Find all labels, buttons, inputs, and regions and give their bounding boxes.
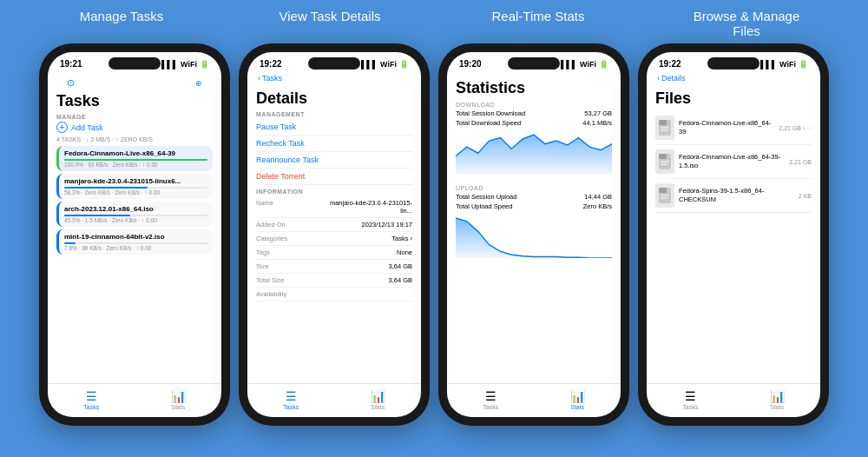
file-item[interactable]: Fedora-Spins-39-1.5-x86_64-CHECKSUM 2 KB bbox=[655, 179, 812, 213]
tab-stats-1[interactable]: 📊 Stats bbox=[171, 389, 186, 410]
info-key: Tags bbox=[256, 248, 270, 256]
tab-stats-3[interactable]: 📊 Stats bbox=[570, 389, 585, 410]
wifi-icon: WiFi bbox=[181, 60, 197, 69]
progress-bar bbox=[64, 159, 207, 161]
progress-bar bbox=[64, 242, 207, 244]
back-label-2: Tasks bbox=[262, 74, 282, 83]
task-list: Fedora-Cinnamon-Live-x86_64-39 100.0% · … bbox=[56, 146, 213, 255]
file-icon bbox=[655, 149, 674, 174]
task-item[interactable]: mint-19-cinnamon-64bit-v2.iso 7.6% · 96 … bbox=[56, 229, 213, 255]
stats-row-ul: Total Session Upload 14,44 GB bbox=[456, 193, 612, 201]
stats-tab-label: Stats bbox=[171, 404, 185, 410]
management-label: MANAGEMENT bbox=[256, 111, 412, 117]
wifi-icon-3: WiFi bbox=[580, 60, 596, 69]
stats-tab-icon: 📊 bbox=[171, 389, 186, 403]
task-meta: 7.6% · 96 KB/s · Zero KB/s · ↑ 0.00 bbox=[64, 245, 207, 251]
info-key: Size bbox=[256, 262, 269, 270]
file-size: 2,21 GB › bbox=[779, 125, 805, 131]
tab-tasks-1[interactable]: ☰ Tasks bbox=[83, 389, 99, 410]
page-title-stats: Statistics bbox=[456, 79, 612, 97]
dynamic-island-2 bbox=[308, 57, 360, 70]
info-row: Tags None bbox=[256, 246, 412, 260]
stats-label-ul: Total Upload Speed bbox=[456, 202, 512, 210]
task-meta: 45.5% · 1.5 MB/s · Zero KB/s · ↑ 0.00 bbox=[64, 217, 207, 223]
task-count: 4 TASKS · ↓ 2 MB/S · ↑ ZERO KB/S bbox=[56, 136, 213, 142]
file-size: 2 KB bbox=[799, 193, 812, 199]
page-title-tasks: Tasks bbox=[56, 92, 213, 110]
chevron-left-icon-4: ‹ bbox=[657, 74, 660, 83]
info-value: None bbox=[397, 248, 412, 256]
file-name: Fedora-Cinnamon-Live-x86_64-39 bbox=[679, 119, 774, 136]
tasks-tab-label-3: Tasks bbox=[483, 404, 498, 410]
task-name: arch-2023.12.01-x86_64.iso bbox=[64, 205, 207, 213]
mgmt-button[interactable]: Reannounce Task bbox=[256, 152, 412, 169]
tasks-tab-label-2: Tasks bbox=[283, 404, 299, 410]
file-list: Fedora-Cinnamon-Live-x86_64-39 2,21 GB ›… bbox=[655, 111, 812, 213]
mgmt-button[interactable]: Pause Task bbox=[256, 119, 412, 136]
task-item[interactable]: arch-2023.12.01-x86_64.iso 45.5% · 1.5 M… bbox=[56, 202, 213, 227]
info-row: Availability bbox=[256, 288, 412, 301]
back-button-4[interactable]: ‹ Details bbox=[657, 74, 686, 83]
progress-bar bbox=[64, 187, 207, 189]
dynamic-island-4 bbox=[707, 57, 760, 70]
task-item[interactable]: Fedora-Cinnamon-Live-x86_64-39 100.0% · … bbox=[56, 146, 213, 171]
mgmt-button[interactable]: Delete Torrent bbox=[256, 169, 412, 185]
file-item[interactable]: Fedora-Cinnamon-Live-x86_64-39 2,21 GB ›… bbox=[655, 111, 812, 145]
signal-icon: ▌▌▌ bbox=[161, 60, 178, 69]
nav-bar-2: ‹ Tasks bbox=[247, 72, 421, 86]
tab-stats-4[interactable]: 📊 Stats bbox=[770, 389, 785, 410]
task-name: Fedora-Cinnamon-Live-x86_64-39 bbox=[64, 149, 207, 157]
info-value: 3,64 GB bbox=[388, 276, 412, 284]
info-value: 3,64 GB bbox=[388, 262, 412, 270]
stats-row: Total Session Download 53,27 GB bbox=[456, 109, 612, 117]
mgmt-button[interactable]: Recheck Task bbox=[256, 136, 412, 152]
add-icon: + bbox=[56, 122, 68, 133]
tab-bar-4: ☰ Tasks 📊 Stats bbox=[647, 383, 820, 417]
file-icon bbox=[655, 116, 674, 140]
page-title-files: Files bbox=[655, 89, 812, 108]
upload-section-label: UPLOAD bbox=[456, 185, 612, 191]
tab-stats-2[interactable]: 📊 Stats bbox=[371, 389, 385, 410]
info-key: Categories bbox=[256, 235, 287, 242]
info-key: Total Size bbox=[256, 276, 285, 284]
phone-files: 19:22 ▌▌▌ WiFi 🔋 ‹ Details Files bbox=[638, 43, 829, 426]
file-name: Fedora-Cinnamon-Live-x86_64-39-1.5.iso bbox=[679, 153, 785, 170]
task-meta: 100.0% · 63 KB/s · Zero KB/s · ↑ 0.00 bbox=[64, 162, 207, 168]
signal-icon-3: ▌▌▌ bbox=[561, 60, 577, 69]
wifi-icon-2: WiFi bbox=[380, 60, 397, 69]
nav-bar-4: ‹ Details bbox=[647, 72, 820, 86]
file-item[interactable]: Fedora-Cinnamon-Live-x86_64-39-1.5.iso 2… bbox=[655, 145, 812, 179]
add-task-button[interactable]: + Add Task bbox=[56, 122, 213, 133]
battery-icon-2: 🔋 bbox=[399, 60, 409, 69]
stats-tab-icon-3: 📊 bbox=[570, 389, 585, 403]
tasks-tab-label-4: Tasks bbox=[682, 404, 698, 410]
phone-stats: 19:20 ▌▌▌ WiFi 🔋 Statistics DOWNLOAD Tot… bbox=[438, 43, 629, 426]
task-name: manjaro-kde-23.0.4-231015-linux6... bbox=[64, 177, 207, 185]
info-key: Name bbox=[256, 199, 273, 207]
add-task-label: Add Task bbox=[71, 123, 103, 132]
file-name: Fedora-Spins-39-1.5-x86_64-CHECKSUM bbox=[679, 187, 794, 204]
stats-label: Total Download Speed bbox=[456, 119, 521, 127]
phone-task-details: 19:22 ▌▌▌ WiFi 🔋 ‹ Tasks Details MANAGEM… bbox=[239, 43, 430, 426]
info-value: 2023/12/13 19:17 bbox=[362, 221, 412, 228]
tab-tasks-4[interactable]: ☰ Tasks bbox=[682, 389, 698, 410]
info-rows: Name manjaro-kde-23.0.4-231015-lin... Ad… bbox=[256, 196, 412, 301]
stats-tab-label-2: Stats bbox=[371, 404, 385, 410]
tab-bar-2: ☰ Tasks 📊 Stats bbox=[247, 383, 421, 417]
tab-tasks-2[interactable]: ☰ Tasks bbox=[283, 389, 299, 410]
signal-icon-2: ▌▌▌ bbox=[361, 60, 378, 69]
progress-fill bbox=[64, 187, 148, 189]
tab-tasks-3[interactable]: ☰ Tasks bbox=[483, 389, 498, 410]
label-view-task-details: View Task Details bbox=[234, 9, 425, 38]
signal-icon-4: ▌▌▌ bbox=[760, 60, 777, 69]
task-item[interactable]: manjaro-kde-23.0.4-231015-linux6... 58.3… bbox=[56, 174, 213, 199]
info-row: Total Size 3,64 GB bbox=[256, 274, 412, 288]
dynamic-island bbox=[108, 57, 161, 70]
stats-value-ul: Zero KB/s bbox=[583, 202, 612, 210]
phone-manage-tasks: 19:21 ▌▌▌ WiFi 🔋 ⊙ ⊕ Tasks MANAGE + Add … bbox=[39, 43, 230, 426]
stats-tab-icon-2: 📊 bbox=[371, 389, 385, 403]
svg-rect-1 bbox=[659, 120, 667, 125]
dynamic-island-3 bbox=[508, 57, 560, 70]
back-button-2[interactable]: ‹ Tasks bbox=[258, 74, 282, 83]
time-2: 19:22 bbox=[260, 59, 282, 69]
